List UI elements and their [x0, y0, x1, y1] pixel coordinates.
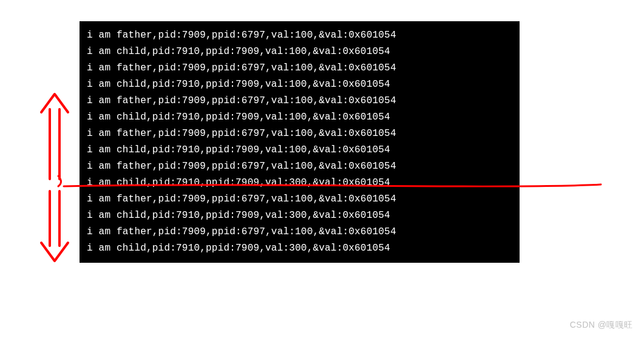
terminal-line: i am child,pid:7910,ppid:7909,val:300,&v… — [87, 240, 512, 257]
terminal-line: i am father,pid:7909,ppid:6797,val:100,&… — [87, 126, 512, 142]
terminal-line: i am father,pid:7909,ppid:6797,val:100,&… — [87, 60, 512, 76]
terminal-line: i am child,pid:7910,ppid:7909,val:100,&v… — [87, 109, 512, 126]
terminal-line: i am father,pid:7909,ppid:6797,val:100,&… — [87, 158, 512, 175]
terminal-line: i am father,pid:7909,ppid:6797,val:100,&… — [87, 93, 512, 109]
terminal-line: i am father,pid:7909,ppid:6797,val:100,&… — [87, 191, 512, 208]
terminal-line: i am child,pid:7910,ppid:7909,val:100,&v… — [87, 76, 512, 93]
terminal-line: i am child,pid:7910,ppid:7909,val:100,&v… — [87, 142, 512, 158]
terminal-line: i am father,pid:7909,ppid:6797,val:100,&… — [87, 27, 512, 44]
terminal-output: i am father,pid:7909,ppid:6797,val:100,&… — [80, 21, 520, 263]
terminal-line: i am child,pid:7910,ppid:7909,val:100,&v… — [87, 44, 512, 60]
terminal-line: i am father,pid:7909,ppid:6797,val:100,&… — [87, 224, 512, 240]
terminal-line: i am child,pid:7910,ppid:7909,val:300,&v… — [87, 175, 512, 191]
terminal-line: i am child,pid:7910,ppid:7909,val:300,&v… — [87, 208, 512, 224]
watermark: CSDN @嘎嘎旺 — [570, 320, 633, 331]
